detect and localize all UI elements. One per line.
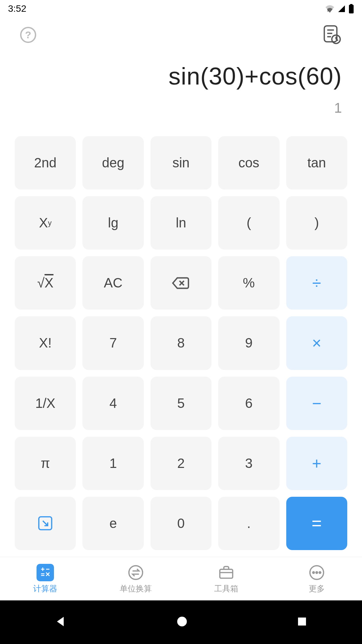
nav-label: 工具箱: [214, 583, 238, 594]
top-bar: ?: [0, 17, 362, 49]
calculator-icon: [37, 564, 54, 581]
key-9[interactable]: 9: [218, 316, 279, 370]
key-ac[interactable]: AC: [82, 256, 143, 310]
home-button[interactable]: [176, 615, 188, 629]
key-cos[interactable]: cos: [218, 136, 279, 190]
status-time: 3:52: [8, 3, 26, 14]
key-5[interactable]: 5: [150, 377, 212, 430]
key-lparen[interactable]: (: [218, 196, 279, 250]
key-backspace[interactable]: [150, 256, 212, 310]
result-display: 1: [334, 100, 342, 116]
key-deg[interactable]: deg: [82, 136, 143, 190]
key-8[interactable]: 8: [150, 316, 212, 370]
history-icon[interactable]: [322, 24, 342, 46]
key-7[interactable]: 7: [82, 316, 143, 370]
key-3[interactable]: 3: [218, 437, 279, 490]
keypad: 2nd deg sin cos tan Xy lg ln ( ) √X AC %…: [0, 126, 362, 557]
key-ln[interactable]: ln: [150, 196, 212, 250]
system-nav: [0, 600, 362, 644]
svg-rect-14: [42, 568, 43, 571]
key-4[interactable]: 4: [82, 377, 143, 430]
svg-rect-26: [298, 618, 306, 626]
toolbox-icon: [218, 564, 235, 581]
recent-button[interactable]: [296, 616, 308, 629]
key-pi[interactable]: π: [15, 437, 76, 490]
key-1[interactable]: 1: [82, 437, 143, 490]
svg-point-23: [316, 572, 318, 573]
back-button[interactable]: [54, 615, 68, 630]
key-lg[interactable]: lg: [82, 196, 143, 250]
key-equals[interactable]: =: [286, 497, 347, 550]
display-area: sin(30)+cos(60) 1: [0, 49, 362, 126]
nav-label: 更多: [309, 583, 325, 594]
svg-point-22: [313, 572, 314, 573]
svg-point-25: [177, 617, 187, 627]
key-2[interactable]: 2: [150, 437, 212, 490]
key-multiply[interactable]: ×: [286, 316, 347, 370]
status-icons: x: [325, 4, 354, 13]
wifi-icon: x: [325, 5, 335, 13]
bottom-nav: 计算器 单位换算 工具箱 更多: [0, 557, 362, 600]
svg-rect-2: [350, 4, 353, 5]
key-subtract[interactable]: −: [286, 377, 347, 430]
key-power[interactable]: Xy: [15, 196, 76, 250]
key-6[interactable]: 6: [218, 377, 279, 430]
more-icon: [308, 564, 325, 581]
nav-toolbox[interactable]: 工具箱: [181, 557, 272, 600]
key-collapse[interactable]: [15, 497, 76, 550]
key-tan[interactable]: tan: [286, 136, 347, 190]
key-2nd[interactable]: 2nd: [15, 136, 76, 190]
svg-rect-17: [41, 575, 45, 576]
nav-label: 计算器: [33, 583, 57, 594]
key-reciprocal[interactable]: 1/X: [15, 377, 76, 430]
battery-icon: [349, 4, 354, 13]
nav-calculator[interactable]: 计算器: [0, 557, 90, 600]
key-factorial[interactable]: X!: [15, 316, 76, 370]
svg-rect-1: [349, 5, 354, 13]
key-sin[interactable]: sin: [150, 136, 212, 190]
svg-rect-16: [41, 573, 45, 574]
key-sqrt[interactable]: √X: [15, 256, 76, 310]
signal-icon: [337, 5, 346, 13]
key-percent[interactable]: %: [218, 256, 279, 310]
convert-icon: [127, 564, 144, 581]
svg-point-24: [319, 572, 321, 573]
svg-rect-19: [220, 569, 233, 578]
svg-rect-15: [46, 569, 50, 570]
key-rparen[interactable]: ): [286, 196, 347, 250]
collapse-icon: [37, 515, 53, 531]
nav-label: 单位换算: [120, 583, 152, 594]
nav-unit[interactable]: 单位换算: [90, 557, 181, 600]
nav-more[interactable]: 更多: [272, 557, 362, 600]
backspace-icon: [172, 276, 190, 290]
status-bar: 3:52 x: [0, 0, 362, 17]
key-e[interactable]: e: [82, 497, 143, 550]
help-icon[interactable]: ?: [20, 27, 36, 43]
key-0[interactable]: 0: [150, 497, 212, 550]
key-divide[interactable]: ÷: [286, 256, 347, 310]
expression-display: sin(30)+cos(60): [169, 62, 342, 90]
key-dot[interactable]: .: [218, 497, 279, 550]
key-add[interactable]: +: [286, 437, 347, 490]
svg-text:x: x: [327, 8, 329, 12]
svg-point-18: [129, 566, 143, 579]
